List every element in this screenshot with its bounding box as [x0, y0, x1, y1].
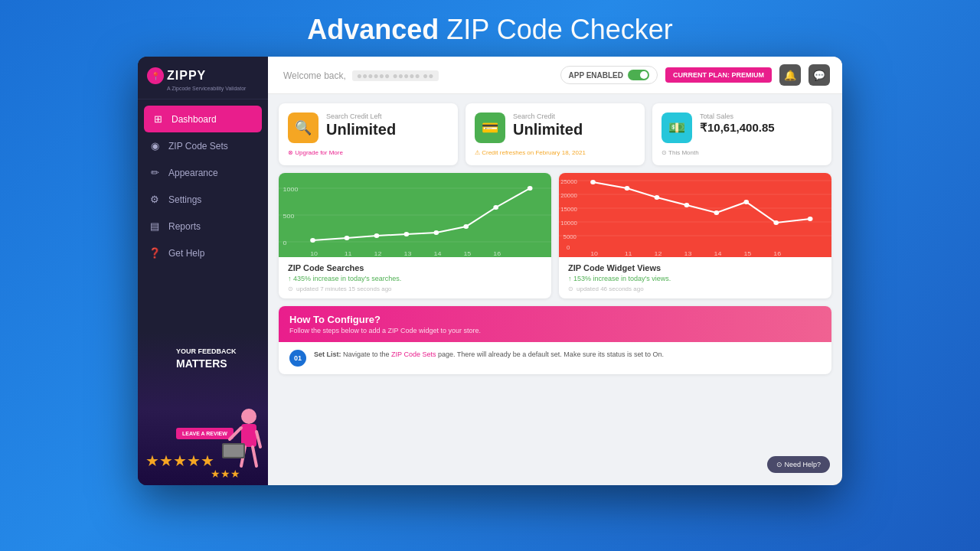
- svg-text:10000: 10000: [560, 220, 577, 227]
- sidebar-item-label: Settings: [168, 194, 201, 205]
- svg-text:16: 16: [493, 249, 501, 256]
- configure-header: How To Configure? Follow the steps below…: [279, 306, 831, 342]
- chart-updated: ⊙ updated 7 minutes 15 seconds ago: [288, 285, 542, 292]
- sidebar-item-appearance[interactable]: ✏ Appearance: [138, 159, 268, 186]
- message-icon[interactable]: 💬: [808, 64, 830, 86]
- svg-point-18: [404, 232, 410, 236]
- svg-text:13: 13: [404, 249, 412, 256]
- svg-point-17: [374, 233, 380, 238]
- notification-icon[interactable]: 🔔: [779, 64, 801, 86]
- svg-text:11: 11: [625, 249, 632, 256]
- sidebar-logo: 📍 ZIPPY A Zipcode Serviceability Validat…: [138, 57, 268, 99]
- svg-text:15: 15: [743, 249, 751, 256]
- zipcode-icon: ◉: [149, 140, 161, 152]
- stat-footer: ⊙ This Month: [662, 149, 822, 156]
- reports-icon: ▤: [149, 220, 161, 232]
- stat-label: Search Credit: [513, 112, 635, 120]
- settings-icon: ⚙: [149, 194, 161, 205]
- svg-point-43: [655, 195, 660, 200]
- app-toggle[interactable]: [628, 70, 649, 80]
- svg-point-46: [743, 200, 749, 204]
- sidebar-item-label: Get Help: [168, 248, 204, 259]
- welcome-message: Welcome back, ●●●●●● ●●●●● ●●: [280, 69, 439, 81]
- username: ●●●●●● ●●●●● ●●: [352, 70, 439, 81]
- svg-text:20000: 20000: [560, 192, 577, 199]
- svg-point-41: [590, 180, 596, 184]
- stat-footer: ⚠ Credit refreshes on February 18, 2021: [475, 149, 635, 156]
- svg-text:11: 11: [345, 249, 352, 256]
- sidebar: 📍 ZIPPY A Zipcode Serviceability Validat…: [138, 57, 268, 485]
- need-help-button[interactable]: ⊙ Need Help?: [767, 456, 830, 473]
- sidebar-item-label: Dashboard: [172, 114, 217, 125]
- sidebar-item-dashboard[interactable]: ⊞ Dashboard: [144, 106, 262, 132]
- svg-text:500: 500: [283, 212, 295, 219]
- stat-card-search-credit: 💳 Search Credit Unlimited ⚠ Credit refre…: [466, 103, 645, 165]
- header: Welcome back, ●●●●●● ●●●●● ●● APP ENABLE…: [268, 57, 842, 94]
- main-content: Welcome back, ●●●●●● ●●●●● ●● APP ENABLE…: [268, 57, 842, 485]
- chart-info: ZIP Code Searches ↑ 435% increase in tod…: [279, 257, 551, 298]
- step-text: Set List: Navigate to the ZIP Code Sets …: [314, 350, 664, 360]
- svg-point-45: [714, 210, 719, 215]
- chart-title: ZIP Code Searches: [288, 263, 542, 272]
- svg-point-19: [433, 230, 439, 235]
- sidebar-item-label: Reports: [168, 221, 201, 232]
- svg-text:25000: 25000: [560, 178, 577, 185]
- feedback-figure: ★★★: [207, 393, 268, 485]
- chart-updated: ⊙ updated 46 seconds ago: [568, 285, 822, 292]
- stat-label: Search Credit Left: [326, 112, 449, 120]
- stat-footer: ⊗ Upgrade for More: [288, 149, 449, 156]
- svg-line-3: [256, 432, 260, 447]
- svg-text:14: 14: [433, 249, 441, 256]
- sidebar-item-settings[interactable]: ⚙ Settings: [138, 186, 268, 213]
- zip-code-sets-link[interactable]: ZIP Code Sets: [391, 350, 436, 358]
- app-enabled-badge[interactable]: APP ENABLED: [560, 66, 658, 84]
- svg-text:15: 15: [463, 249, 471, 256]
- header-actions: APP ENABLED CURRENT PLAN: PREMIUM 🔔 💬: [560, 64, 831, 86]
- app-window: 📍 ZIPPY A Zipcode Serviceability Validat…: [138, 57, 842, 485]
- charts-row: 1000 500 0: [279, 173, 831, 298]
- logo-icon: 📍: [147, 67, 164, 84]
- svg-point-48: [808, 217, 813, 221]
- svg-point-20: [463, 224, 469, 229]
- stats-row: 🔍 Search Credit Left Unlimited ⊗ Upgrade…: [279, 103, 831, 165]
- stat-label: Total Sales: [700, 112, 822, 120]
- main-wrapper: Welcome back, ●●●●●● ●●●●● ●● APP ENABLE…: [268, 57, 842, 485]
- svg-text:★★★: ★★★: [211, 468, 240, 480]
- svg-point-44: [684, 203, 690, 207]
- svg-rect-7: [224, 445, 243, 457]
- sidebar-nav: ⊞ Dashboard ◉ ZIP Code Sets ✏ Appearance…: [138, 99, 268, 332]
- chart-info: ZIP Code Widget Views ↑ 153% increase in…: [559, 257, 831, 298]
- svg-text:16: 16: [773, 249, 781, 256]
- configure-title: How To Configure?: [289, 314, 821, 325]
- svg-text:12: 12: [374, 249, 382, 256]
- logo-tagline: A Zipcode Serviceability Validator: [147, 86, 259, 91]
- svg-point-16: [345, 236, 350, 240]
- sidebar-feedback: ★★★★★ YOUR FEEDBACK MATTERS LEAVE A REVI…: [138, 332, 268, 485]
- config-step-1: 01 Set List: Navigate to the ZIP Code Se…: [289, 350, 821, 367]
- help-icon: ❓: [149, 247, 161, 259]
- sidebar-item-get-help[interactable]: ❓ Get Help: [138, 240, 268, 266]
- sidebar-item-reports[interactable]: ▤ Reports: [138, 213, 268, 240]
- sidebar-item-zipcode-sets[interactable]: ◉ ZIP Code Sets: [138, 132, 268, 159]
- svg-text:12: 12: [655, 249, 662, 256]
- appearance-icon: ✏: [149, 167, 161, 178]
- svg-text:15000: 15000: [560, 206, 577, 213]
- svg-point-15: [310, 238, 315, 243]
- svg-text:14: 14: [714, 249, 721, 256]
- stat-card-search-credit-left: 🔍 Search Credit Left Unlimited ⊗ Upgrade…: [279, 103, 458, 165]
- svg-text:1000: 1000: [283, 185, 299, 192]
- stat-value: Unlimited: [513, 122, 635, 137]
- svg-point-42: [625, 186, 630, 191]
- plan-badge: CURRENT PLAN: PREMIUM: [665, 67, 772, 83]
- content-area: 🔍 Search Credit Left Unlimited ⊗ Upgrade…: [268, 94, 842, 485]
- chart-area-green: 1000 500 0: [279, 173, 551, 257]
- zip-code-searches-chart: 1000 500 0: [279, 173, 551, 298]
- svg-line-2: [230, 428, 241, 439]
- svg-text:13: 13: [684, 249, 692, 256]
- svg-point-21: [493, 205, 498, 210]
- feedback-stars: ★★★★★: [145, 452, 214, 470]
- chart-stat: ↑ 435% increase in today's searches.: [288, 275, 542, 282]
- search-icon: 🔍: [288, 112, 318, 143]
- svg-line-5: [253, 447, 256, 466]
- feedback-text: YOUR FEEDBACK MATTERS: [176, 347, 237, 370]
